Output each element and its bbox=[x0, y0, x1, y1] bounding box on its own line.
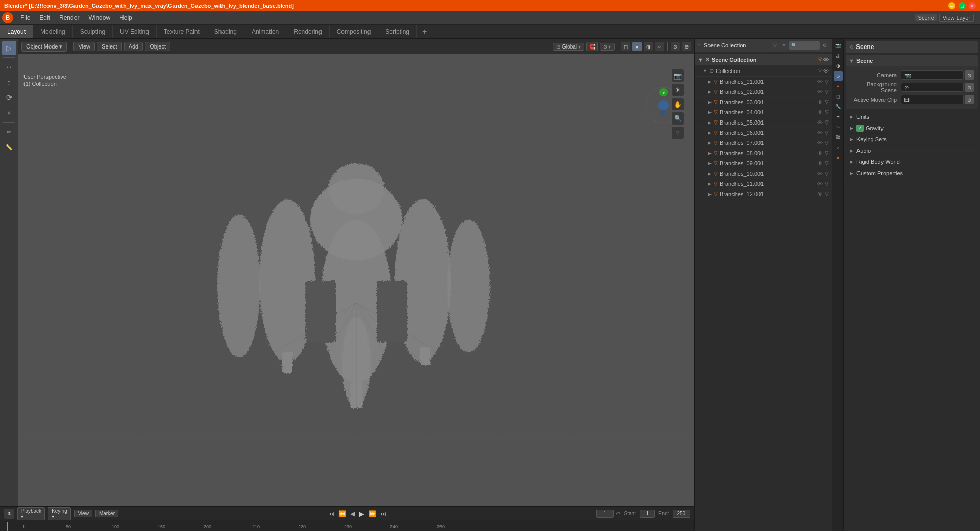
outliner-filter-btn[interactable]: ▽ bbox=[771, 41, 779, 50]
collection-type-icon[interactable]: ▽ bbox=[818, 68, 822, 74]
menu-help[interactable]: Help bbox=[115, 13, 136, 22]
select-tool[interactable]: ▷ bbox=[2, 41, 16, 55]
menu-file[interactable]: File bbox=[16, 13, 34, 22]
branch-cam-1[interactable]: ▽ bbox=[825, 79, 829, 84]
play-reverse-button[interactable]: ◀ bbox=[349, 510, 356, 517]
units-section[interactable]: ▶ Units bbox=[846, 111, 978, 123]
branch-cam-11[interactable]: ▽ bbox=[825, 181, 829, 186]
move-tool[interactable]: ↔ bbox=[2, 60, 16, 74]
scale-tool[interactable]: ⟳ bbox=[2, 90, 16, 105]
transform-tool[interactable]: ⌖ bbox=[2, 106, 16, 120]
background-scene-value[interactable]: ⊙ bbox=[901, 83, 964, 92]
overlay-toggle[interactable]: ⊙ bbox=[671, 42, 680, 51]
branch-eye-10[interactable]: 👁 bbox=[817, 171, 823, 177]
viewport[interactable]: Object Mode ▾ View Select Add Object ⊡ G… bbox=[18, 39, 694, 506]
rigid-body-section[interactable]: ▶ Rigid Body World bbox=[846, 156, 978, 167]
scene-collection-eye-icon[interactable]: 👁 bbox=[823, 57, 829, 63]
jump-end-button[interactable]: ⏭ bbox=[379, 510, 387, 517]
outliner-sort-btn[interactable]: ≡ bbox=[780, 41, 788, 50]
branch-eye-11[interactable]: 👁 bbox=[817, 181, 823, 187]
branch-cam-10[interactable]: ▽ bbox=[825, 171, 829, 176]
branch-eye-12[interactable]: 👁 bbox=[817, 191, 823, 197]
branch-item-5[interactable]: ▶ ▽ Branches_05.001 👁 ▽ bbox=[695, 117, 832, 128]
viewport-select-menu[interactable]: Select bbox=[97, 42, 122, 51]
rendered-shading[interactable]: ○ bbox=[655, 42, 664, 51]
proportional-edit[interactable]: ⊙ ▾ bbox=[600, 43, 615, 51]
branch-item-12[interactable]: ▶ ▽ Branches_12.001 👁 ▽ bbox=[695, 189, 832, 199]
add-workspace-button[interactable]: + bbox=[417, 25, 432, 38]
stop-button[interactable]: ▶ bbox=[358, 510, 365, 518]
help-icon[interactable]: ? bbox=[672, 127, 684, 139]
active-movie-clip-value[interactable]: 🎞 bbox=[901, 95, 964, 104]
branch-item-7[interactable]: ▶ ▽ Branches_07.001 👁 ▽ bbox=[695, 138, 832, 148]
hand-icon[interactable]: ✋ bbox=[672, 98, 684, 110]
branch-eye-7[interactable]: 👁 bbox=[817, 140, 823, 146]
tab-sculpting[interactable]: Sculpting bbox=[73, 25, 113, 38]
prop-tab-physics[interactable]: 〜 bbox=[834, 123, 843, 132]
outliner-options-btn[interactable]: ⚙ bbox=[821, 41, 829, 50]
custom-properties-section[interactable]: ▶ Custom Properties bbox=[846, 167, 978, 179]
prop-tab-render[interactable]: 📷 bbox=[834, 41, 843, 50]
branch-cam-8[interactable]: ▽ bbox=[825, 150, 829, 156]
prop-tab-particles[interactable]: ✦ bbox=[834, 112, 843, 122]
camera-pick-btn[interactable]: ⊙ bbox=[965, 70, 974, 80]
branch-cam-5[interactable]: ▽ bbox=[825, 119, 829, 125]
branch-cam-2[interactable]: ▽ bbox=[825, 89, 829, 94]
marker-menu[interactable]: Marker bbox=[95, 510, 118, 517]
jump-start-button[interactable]: ⏮ bbox=[327, 510, 335, 517]
viewport-object-menu[interactable]: Object bbox=[145, 42, 170, 51]
outliner-search-input[interactable]: 🔍 bbox=[789, 41, 820, 50]
start-frame-input[interactable]: 1 bbox=[640, 510, 655, 518]
prop-tab-material[interactable]: ● bbox=[834, 153, 843, 162]
timeline-editor-icon[interactable]: ⧗ bbox=[4, 509, 14, 519]
keying-menu[interactable]: Keying ▾ bbox=[48, 507, 71, 520]
branch-item-2[interactable]: ▶ ▽ Branches_02.001 👁 ▽ bbox=[695, 87, 832, 97]
camera-icon[interactable]: 📷 bbox=[672, 69, 684, 82]
menu-render[interactable]: Render bbox=[55, 13, 83, 22]
branch-eye-6[interactable]: 👁 bbox=[817, 130, 823, 136]
timeline-strip[interactable]: 1 50 100 150 200 210 220 230 240 250 bbox=[0, 520, 694, 531]
branch-item-1[interactable]: ▶ ▽ Branches_01.001 👁 ▽ bbox=[695, 77, 832, 87]
global-transform-dropdown[interactable]: ⊡ Global ▾ bbox=[553, 43, 584, 51]
branch-cam-3[interactable]: ▽ bbox=[825, 99, 829, 105]
audio-section[interactable]: ▶ Audio bbox=[846, 145, 978, 156]
branch-item-8[interactable]: ▶ ▽ Branches_08.001 👁 ▽ bbox=[695, 148, 832, 158]
gravity-checkbox[interactable]: ✓ bbox=[856, 125, 864, 132]
menu-window[interactable]: Window bbox=[84, 13, 114, 22]
scene-sub-header[interactable]: ▼ Scene bbox=[846, 55, 978, 66]
collection-eye-icon[interactable]: 👁 bbox=[823, 68, 829, 74]
tab-layout[interactable]: Layout bbox=[0, 25, 33, 38]
prop-tab-object[interactable]: ◻ bbox=[834, 92, 843, 101]
timeline-scrubber[interactable]: ⏮ ⏪ ◀ ▶ ⏩ ⏭ bbox=[122, 507, 592, 520]
branch-item-4[interactable]: ▶ ▽ Branches_04.001 👁 ▽ bbox=[695, 107, 832, 117]
view-layer-label[interactable]: View Layer bbox=[939, 14, 974, 22]
branch-cam-9[interactable]: ▽ bbox=[825, 160, 829, 166]
tab-uv-editing[interactable]: UV Editing bbox=[113, 25, 157, 38]
step-forward-button[interactable]: ⏩ bbox=[368, 510, 377, 517]
branch-cam-6[interactable]: ▽ bbox=[825, 130, 829, 135]
viewport-view-menu[interactable]: View bbox=[74, 42, 95, 51]
annotate-tool[interactable]: ✏ bbox=[2, 125, 16, 139]
current-frame-input[interactable]: 1 bbox=[596, 510, 614, 518]
snap-button[interactable]: 🧲 bbox=[586, 42, 598, 51]
branch-eye-1[interactable]: 👁 bbox=[817, 79, 823, 85]
prop-tab-world[interactable]: ● bbox=[834, 82, 843, 91]
branch-eye-4[interactable]: 👁 bbox=[817, 109, 823, 115]
branch-item-6[interactable]: ▶ ▽ Branches_06.001 👁 ▽ bbox=[695, 128, 832, 138]
prop-tab-constraints[interactable]: ⛓ bbox=[834, 133, 843, 142]
close-button[interactable]: × bbox=[969, 2, 976, 9]
rotate-tool[interactable]: ↕ bbox=[2, 75, 16, 89]
measure-tool[interactable]: 📏 bbox=[2, 140, 16, 154]
branch-eye-3[interactable]: 👁 bbox=[817, 99, 823, 105]
camera-value[interactable]: 📷 bbox=[901, 70, 964, 80]
material-shading[interactable]: ◑ bbox=[644, 42, 653, 51]
minimize-button[interactable]: – bbox=[948, 2, 955, 9]
branch-cam-7[interactable]: ▽ bbox=[825, 140, 829, 146]
prop-tab-scene[interactable]: ⊙ bbox=[834, 71, 843, 81]
branch-item-11[interactable]: ▶ ▽ Branches_11.001 👁 ▽ bbox=[695, 179, 832, 189]
end-frame-input[interactable]: 250 bbox=[673, 510, 690, 518]
maximize-button[interactable]: □ bbox=[959, 2, 966, 9]
zoom-icon[interactable]: 🔍 bbox=[672, 112, 684, 125]
step-back-button[interactable]: ⏪ bbox=[337, 510, 347, 517]
viewport-add-menu[interactable]: Add bbox=[124, 42, 143, 51]
